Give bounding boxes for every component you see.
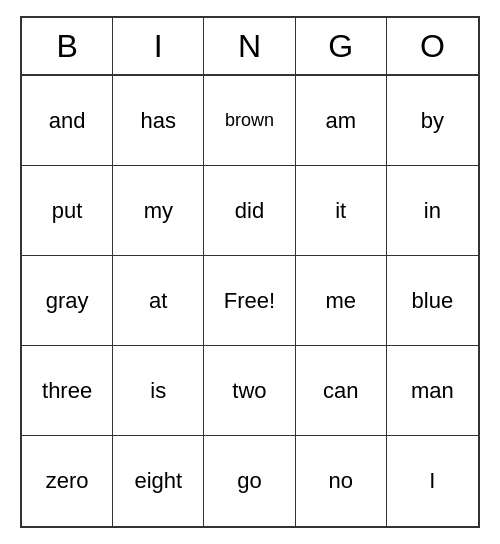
bingo-cell-did[interactable]: did [204, 166, 295, 256]
bingo-cell-zero[interactable]: zero [22, 436, 113, 526]
header-letter-o: O [387, 18, 478, 74]
bingo-cell-gray[interactable]: gray [22, 256, 113, 346]
bingo-grid: andhasbrownambyputmydiditingrayatFree!me… [22, 76, 478, 526]
bingo-cell-has[interactable]: has [113, 76, 204, 166]
bingo-cell-by[interactable]: by [387, 76, 478, 166]
header-letter-i: I [113, 18, 204, 74]
bingo-cell-blue[interactable]: blue [387, 256, 478, 346]
bingo-cell-it[interactable]: it [296, 166, 387, 256]
bingo-cell-no[interactable]: no [296, 436, 387, 526]
bingo-cell-man[interactable]: man [387, 346, 478, 436]
bingo-cell-two[interactable]: two [204, 346, 295, 436]
bingo-cell-in[interactable]: in [387, 166, 478, 256]
header-letter-g: G [296, 18, 387, 74]
free-space[interactable]: Free! [204, 256, 295, 346]
bingo-cell-at[interactable]: at [113, 256, 204, 346]
header-letter-b: B [22, 18, 113, 74]
bingo-card: BINGO andhasbrownambyputmydiditingrayatF… [20, 16, 480, 528]
header-letter-n: N [204, 18, 295, 74]
bingo-cell-me[interactable]: me [296, 256, 387, 346]
bingo-cell-is[interactable]: is [113, 346, 204, 436]
bingo-cell-I[interactable]: I [387, 436, 478, 526]
bingo-cell-can[interactable]: can [296, 346, 387, 436]
bingo-cell-am[interactable]: am [296, 76, 387, 166]
bingo-cell-brown[interactable]: brown [204, 76, 295, 166]
bingo-cell-and[interactable]: and [22, 76, 113, 166]
bingo-cell-go[interactable]: go [204, 436, 295, 526]
bingo-header: BINGO [22, 18, 478, 76]
bingo-cell-eight[interactable]: eight [113, 436, 204, 526]
bingo-cell-my[interactable]: my [113, 166, 204, 256]
bingo-cell-three[interactable]: three [22, 346, 113, 436]
bingo-cell-put[interactable]: put [22, 166, 113, 256]
